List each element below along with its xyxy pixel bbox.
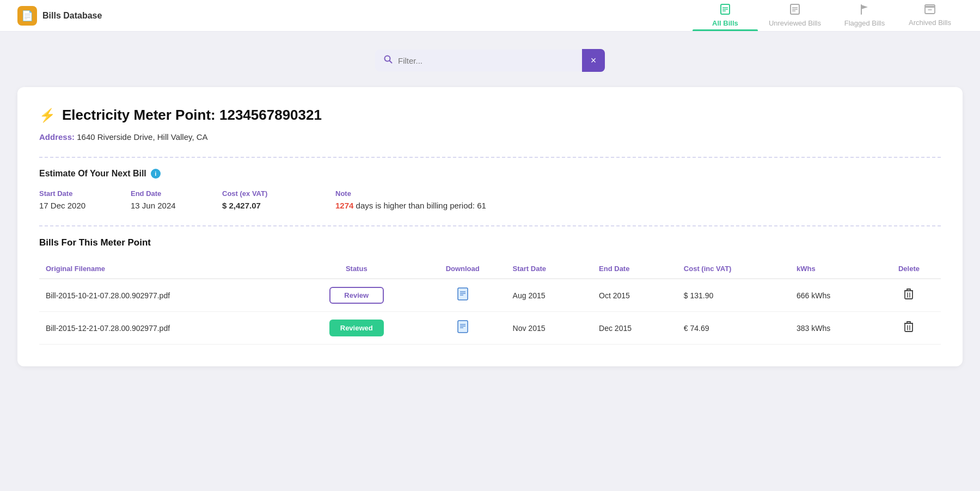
search-input-wrap: [375, 50, 582, 71]
end-date-label: End Date: [131, 189, 218, 198]
download-button[interactable]: [457, 287, 468, 304]
estimate-section: Estimate Of Your Next Bill i Start Date …: [39, 169, 941, 210]
all-bills-label: All Bills: [712, 19, 738, 27]
cell-filename: Bill-2015-12-21-07.28.00.902977.pdf: [39, 312, 294, 345]
tab-all-bills[interactable]: All Bills: [693, 0, 758, 31]
col-status: Status: [294, 259, 419, 279]
col-kwhs: kWhs: [790, 259, 877, 279]
cell-start-date: Aug 2015: [506, 279, 593, 312]
search-clear-button[interactable]: ×: [582, 49, 605, 72]
tab-archived-bills[interactable]: Archived Bills: [897, 0, 963, 31]
divider-bottom: [39, 225, 941, 226]
cell-cost: $ 131.90: [677, 279, 790, 312]
start-date-value: 17 Dec 2020: [39, 201, 126, 210]
cell-cost: € 74.69: [677, 312, 790, 345]
cell-status: Reviewed: [294, 312, 419, 345]
estimate-heading: Estimate Of Your Next Bill i: [39, 169, 941, 179]
main-content: × ⚡ Electricity Meter Point: 12345678903…: [0, 32, 980, 384]
meter-title: Electricity Meter Point: 1234567890321: [62, 107, 322, 124]
archived-bills-label: Archived Bills: [909, 19, 951, 27]
cost-value: $ 2,427.07: [222, 201, 331, 210]
svg-rect-29: [905, 323, 912, 332]
header: 📄 Bills Database All Bills: [0, 0, 980, 32]
address-value: 1640 Riverside Drive, Hill Valley, CA: [77, 132, 207, 142]
cell-end-date: Dec 2015: [592, 312, 677, 345]
logo-area: 📄 Bills Database: [17, 6, 102, 26]
cell-delete: [877, 312, 941, 345]
unreviewed-bills-label: Unreviewed Bills: [769, 19, 821, 27]
bills-section: Bills For This Meter Point Original File…: [39, 237, 941, 345]
cell-download: [419, 279, 506, 312]
lightning-icon: ⚡: [39, 108, 56, 123]
cell-status: Review: [294, 279, 419, 312]
table-header-row: Original Filename Status Download Start …: [39, 259, 941, 279]
info-icon[interactable]: i: [151, 169, 161, 179]
end-date-value: 13 Jun 2024: [131, 201, 218, 210]
svg-rect-10: [925, 5, 935, 7]
cell-filename: Bill-2015-10-21-07.28.00.902977.pdf: [39, 279, 294, 312]
all-bills-icon: [720, 4, 730, 17]
app-title: Bills Database: [42, 11, 102, 21]
col-filename: Original Filename: [39, 259, 294, 279]
start-date-label: Start Date: [39, 189, 126, 198]
bills-heading: Bills For This Meter Point: [39, 237, 941, 248]
cost-col: Cost (ex VAT) $ 2,427.07: [222, 189, 331, 210]
search-icon: [384, 55, 393, 66]
col-download: Download: [419, 259, 506, 279]
note-col: Note 1274 days is higher than billing pe…: [335, 189, 941, 210]
svg-line-13: [390, 61, 392, 63]
svg-rect-25: [458, 321, 468, 333]
col-end-date: End Date: [592, 259, 677, 279]
status-review-button[interactable]: Review: [329, 287, 384, 304]
col-delete: Delete: [877, 259, 941, 279]
delete-button[interactable]: [904, 289, 913, 302]
bills-table: Original Filename Status Download Start …: [39, 259, 941, 345]
cell-delete: [877, 279, 941, 312]
logo-icon: 📄: [17, 6, 37, 26]
note-label: Note: [335, 189, 941, 198]
col-cost: Cost (inc VAT): [677, 259, 790, 279]
delete-button[interactable]: [904, 321, 913, 335]
svg-rect-18: [905, 291, 912, 299]
note-value: 1274 days is higher than billing period:…: [335, 201, 941, 210]
cell-kwhs: 666 kWhs: [790, 279, 877, 312]
table-row: Bill-2015-10-21-07.28.00.902977.pdf Revi…: [39, 279, 941, 312]
main-card: ⚡ Electricity Meter Point: 1234567890321…: [17, 87, 963, 366]
end-date-col: End Date 13 Jun 2024: [131, 189, 218, 210]
cell-kwhs: 383 kWhs: [790, 312, 877, 345]
col-start-date: Start Date: [506, 259, 593, 279]
nav-tabs: All Bills Unreviewed Bills Flagged Bil: [693, 0, 963, 31]
search-bar: ×: [17, 49, 963, 72]
tab-flagged-bills[interactable]: Flagged Bills: [832, 0, 897, 31]
meter-heading: ⚡ Electricity Meter Point: 1234567890321: [39, 107, 941, 124]
download-button[interactable]: [457, 320, 468, 336]
cost-label: Cost (ex VAT): [222, 189, 331, 198]
archived-bills-icon: [924, 4, 935, 16]
estimate-grid: Start Date 17 Dec 2020 End Date 13 Jun 2…: [39, 189, 941, 210]
status-reviewed-button[interactable]: Reviewed: [329, 320, 384, 336]
cell-start-date: Nov 2015: [506, 312, 593, 345]
flagged-bills-icon: [860, 4, 869, 17]
start-date-col: Start Date 17 Dec 2020: [39, 189, 126, 210]
flagged-bills-label: Flagged Bills: [844, 19, 885, 27]
divider-top: [39, 157, 941, 158]
note-highlight: 1274: [335, 201, 353, 210]
cell-download: [419, 312, 506, 345]
estimate-heading-text: Estimate Of Your Next Bill: [39, 169, 146, 179]
svg-rect-14: [458, 288, 468, 300]
address-label: Address:: [39, 132, 75, 142]
table-row: Bill-2015-12-21-07.28.00.902977.pdf Revi…: [39, 312, 941, 345]
unreviewed-bills-icon: [790, 4, 800, 17]
note-text: days is higher than billing period: 61: [353, 201, 486, 210]
search-input[interactable]: [398, 56, 573, 65]
tab-unreviewed-bills[interactable]: Unreviewed Bills: [758, 0, 832, 31]
cell-end-date: Oct 2015: [592, 279, 677, 312]
meter-address: Address: 1640 Riverside Drive, Hill Vall…: [39, 132, 941, 142]
